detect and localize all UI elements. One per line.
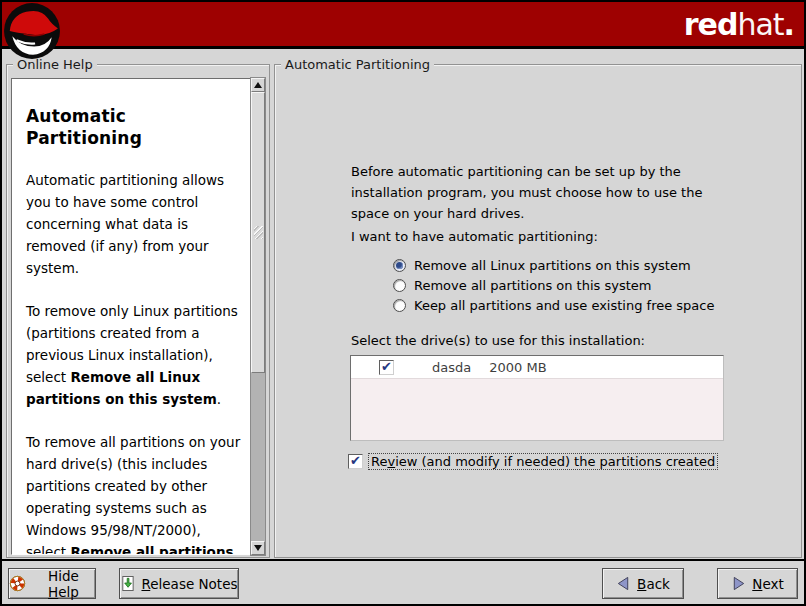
redhat-wordmark: redhat. <box>684 8 794 42</box>
radio-button-icon[interactable] <box>393 279 406 292</box>
footer-separator <box>2 559 804 561</box>
header-banner: redhat. <box>2 2 804 49</box>
drive-checkbox[interactable] <box>379 360 394 375</box>
back-mnemonic: B <box>637 576 646 592</box>
help-scrollbar[interactable] <box>250 77 266 556</box>
radio-option-remove-linux[interactable]: Remove all Linux partitions on this syst… <box>393 257 691 273</box>
drive-size: 2000 MB <box>489 360 546 375</box>
help-paragraph-1: Automatic partitioning allows you to hav… <box>26 169 241 279</box>
intro-text: Before automatic partitioning can be set… <box>351 161 707 224</box>
review-label-pre: Re <box>371 454 387 469</box>
wordmark-dot: . <box>784 7 794 42</box>
drive-row-dasda[interactable]: dasda 2000 MB <box>351 356 723 379</box>
help-p2-end: . <box>217 391 221 407</box>
next-post: ext <box>762 576 783 592</box>
hide-help-mnemonic: H <box>48 584 58 600</box>
radio-button-icon[interactable] <box>393 299 406 312</box>
help-paragraph-2: To remove only Linux partitions (partiti… <box>26 300 241 410</box>
release-notes-mnemonic: R <box>141 576 150 592</box>
release-notes-post: elease Notes <box>150 576 237 592</box>
next-label: Next <box>752 576 783 592</box>
help-title: Automatic Partitioning <box>26 105 241 149</box>
back-button[interactable]: Back <box>602 568 684 599</box>
scroll-down-icon <box>254 545 262 551</box>
drive-select-label: Select the drive(s) to use for this inst… <box>351 333 645 348</box>
scroll-down-button[interactable] <box>251 541 265 555</box>
redhat-shadowman-logo-icon <box>3 2 61 60</box>
review-partitions-option[interactable]: Review (and modify if needed) the partit… <box>348 453 718 470</box>
hide-help-button[interactable]: Hide Help <box>8 568 96 599</box>
review-label-post: iew (and modify if needed) the partition… <box>395 454 715 469</box>
radio-button-icon[interactable] <box>393 259 406 272</box>
radio-option-keep-all[interactable]: Keep all partitions and use existing fre… <box>393 297 714 313</box>
next-arrow-icon <box>731 576 746 591</box>
automatic-partitioning-panel: Automatic Partitioning Before automatic … <box>274 64 802 558</box>
next-button[interactable]: Next <box>717 568 798 599</box>
radio-label: Remove all partitions on this system <box>414 278 651 293</box>
hide-help-pre: Hide <box>48 568 79 584</box>
drive-name: dasda <box>432 360 471 375</box>
help-paragraph-3: To remove all partitions on your hard dr… <box>26 431 241 555</box>
review-checkbox[interactable] <box>348 454 363 469</box>
scroll-up-icon <box>254 82 262 88</box>
wordmark-bold: red <box>684 7 738 42</box>
partitioning-question-label: I want to have automatic partitioning: <box>351 229 598 244</box>
online-help-panel: Online Help Automatic Partitioning Autom… <box>6 64 270 558</box>
radio-label: Keep all partitions and use existing fre… <box>414 298 714 313</box>
hide-help-label: Hide Help <box>32 568 95 600</box>
scrollbar-thumb[interactable] <box>251 92 265 373</box>
review-checkbox-label: Review (and modify if needed) the partit… <box>368 453 718 470</box>
scrollbar-trough[interactable] <box>251 373 265 541</box>
radio-label: Remove all Linux partitions on this syst… <box>414 258 691 273</box>
drive-list[interactable]: dasda 2000 MB <box>350 355 724 441</box>
main-frame-label: Automatic Partitioning <box>281 57 434 72</box>
help-p3-text: To remove all partitions on your hard dr… <box>26 434 240 555</box>
life-ring-icon <box>9 575 26 592</box>
radio-option-remove-all[interactable]: Remove all partitions on this system <box>393 277 651 293</box>
release-notes-label: Release Notes <box>141 576 237 592</box>
installer-window: redhat. Online Help Automatic Partitioni… <box>0 0 806 606</box>
back-arrow-icon <box>616 576 631 591</box>
hide-help-post: elp <box>58 584 79 600</box>
scroll-up-button[interactable] <box>251 78 265 92</box>
help-text-area: Automatic Partitioning Automatic partiti… <box>11 78 252 555</box>
back-label: Back <box>637 576 670 592</box>
wordmark-light: hat <box>737 7 783 42</box>
release-notes-icon <box>120 575 135 592</box>
back-post: ack <box>646 576 670 592</box>
release-notes-button[interactable]: Release Notes <box>119 568 239 599</box>
review-label-mnemonic: v <box>387 454 395 469</box>
next-mnemonic: N <box>752 576 762 592</box>
